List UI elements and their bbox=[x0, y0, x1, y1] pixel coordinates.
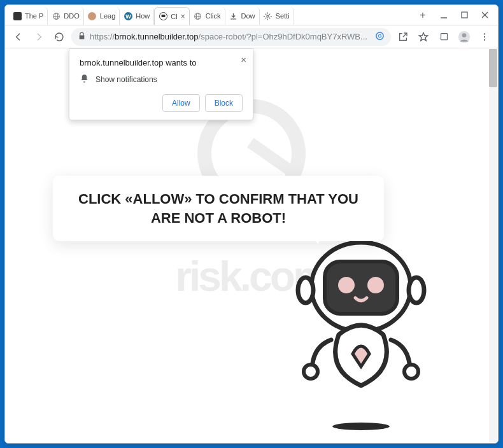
new-tab-button[interactable]: + bbox=[415, 8, 430, 23]
tab[interactable]: Click bbox=[190, 7, 225, 25]
favicon: W bbox=[124, 11, 132, 20]
notification-permission-popup: × brnok.tunnelbuilder.top wants to Show … bbox=[69, 48, 253, 120]
address-bar[interactable]: https://brnok.tunnelbuilder.top/space-ro… bbox=[71, 28, 391, 46]
tab[interactable]: Cl× bbox=[154, 7, 189, 25]
back-button[interactable] bbox=[10, 29, 27, 45]
tab-label: The P bbox=[25, 12, 43, 20]
notification-title: brnok.tunnelbuilder.top wants to bbox=[80, 58, 243, 67]
favicon bbox=[159, 12, 167, 21]
bell-icon bbox=[80, 74, 89, 85]
tab[interactable]: Dow bbox=[225, 7, 260, 25]
tab[interactable]: Setti bbox=[260, 7, 294, 25]
svg-point-33 bbox=[367, 277, 384, 293]
extensions-icon[interactable] bbox=[436, 29, 452, 45]
tab-label: DDO bbox=[64, 12, 79, 20]
favicon bbox=[88, 11, 97, 20]
scrollbar[interactable] bbox=[489, 49, 497, 442]
profile-icon[interactable] bbox=[456, 29, 472, 45]
svg-rect-0 bbox=[13, 12, 22, 20]
svg-point-30 bbox=[409, 277, 424, 303]
tab-label: How bbox=[136, 12, 150, 20]
tab-label: Cl bbox=[171, 13, 177, 20]
speech-bubble: CLICK «ALLOW» TO CONFIRM THAT YOUARE NOT… bbox=[53, 176, 384, 241]
tab[interactable]: Leag bbox=[84, 7, 120, 25]
svg-rect-31 bbox=[325, 262, 397, 314]
svg-point-32 bbox=[338, 277, 355, 293]
svg-point-35 bbox=[404, 365, 418, 379]
svg-point-29 bbox=[298, 277, 313, 303]
reload-button[interactable] bbox=[51, 29, 67, 45]
window-controls bbox=[430, 11, 498, 19]
tab-label: Setti bbox=[276, 12, 290, 20]
lock-icon bbox=[78, 32, 86, 42]
tab[interactable]: DDO bbox=[48, 7, 83, 25]
svg-rect-20 bbox=[441, 34, 447, 40]
robot-shadow bbox=[332, 423, 390, 430]
close-icon[interactable]: × bbox=[181, 12, 185, 21]
favicon bbox=[194, 11, 202, 20]
favicon bbox=[52, 11, 60, 20]
favicon bbox=[229, 11, 238, 20]
viewport: PC risk.com × brnok.tunnelbuilder.top wa… bbox=[5, 48, 498, 443]
google-icon[interactable]: G bbox=[375, 31, 385, 43]
menu-icon[interactable] bbox=[476, 29, 493, 45]
block-button[interactable]: Block bbox=[205, 94, 243, 112]
tab[interactable]: The P bbox=[9, 7, 48, 25]
svg-marker-19 bbox=[419, 32, 427, 41]
close-button[interactable] bbox=[480, 11, 489, 19]
titlebar: The PDDOLeagWHowCl×ClickDowSetti + bbox=[5, 5, 498, 25]
svg-rect-8 bbox=[161, 15, 165, 17]
svg-point-4 bbox=[88, 12, 96, 20]
svg-rect-14 bbox=[462, 12, 467, 18]
svg-point-23 bbox=[484, 33, 485, 34]
favicon bbox=[13, 11, 22, 20]
allow-button[interactable]: Allow bbox=[162, 94, 200, 112]
tab-label: Click bbox=[206, 12, 221, 20]
svg-text:W: W bbox=[125, 13, 131, 20]
tab-strip: The PDDOLeagWHowCl×ClickDowSetti bbox=[5, 5, 413, 25]
tab-label: Leag bbox=[100, 12, 115, 20]
share-icon[interactable] bbox=[395, 29, 411, 45]
svg-point-12 bbox=[267, 15, 269, 17]
bookmark-icon[interactable] bbox=[415, 29, 432, 45]
svg-point-24 bbox=[484, 36, 485, 37]
speech-text: CLICK «ALLOW» TO CONFIRM THAT YOUARE NOT… bbox=[69, 190, 367, 227]
browser-window: The PDDOLeagWHowCl×ClickDowSetti + https… bbox=[4, 4, 499, 444]
tab-label: Dow bbox=[241, 12, 255, 20]
minimize-button[interactable] bbox=[439, 11, 448, 19]
forward-button[interactable] bbox=[31, 29, 47, 45]
robot-illustration bbox=[281, 227, 441, 430]
svg-text:G: G bbox=[378, 33, 381, 39]
svg-point-34 bbox=[304, 365, 318, 379]
toolbar: https://brnok.tunnelbuilder.top/space-ro… bbox=[5, 25, 498, 48]
favicon bbox=[264, 11, 273, 20]
close-icon[interactable]: × bbox=[241, 54, 246, 65]
tab[interactable]: WHow bbox=[120, 7, 154, 25]
notification-body: Show notifications bbox=[96, 75, 157, 84]
url-text: https://brnok.tunnelbuilder.top/space-ro… bbox=[90, 32, 371, 41]
maximize-button[interactable] bbox=[460, 11, 469, 19]
svg-point-25 bbox=[484, 39, 485, 40]
svg-point-22 bbox=[462, 33, 467, 38]
